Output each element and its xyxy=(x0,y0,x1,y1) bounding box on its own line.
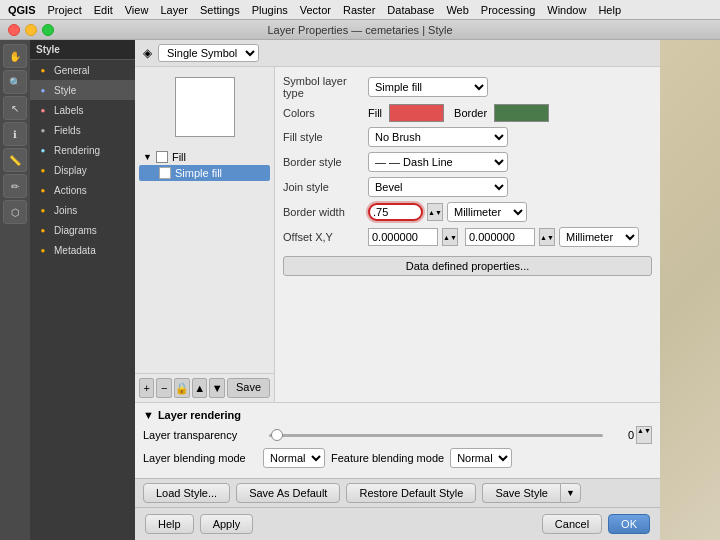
style-type-select[interactable]: Single Symbol xyxy=(158,44,259,62)
sidebar-item-diagrams[interactable]: ● Diagrams xyxy=(30,220,135,240)
offset-value: ▲▼ ▲▼ Millimeter xyxy=(368,227,652,247)
fill-style-label: Fill style xyxy=(283,131,368,143)
menu-qgis[interactable]: QGIS xyxy=(8,4,36,16)
labels-icon: ● xyxy=(41,106,46,115)
border-width-spinner[interactable]: ▲▼ xyxy=(427,203,443,221)
sidebar-item-actions[interactable]: ● Actions xyxy=(30,180,135,200)
symbol-list: ▼ Fill Simple fill xyxy=(135,147,274,373)
add-layer-button[interactable]: + xyxy=(139,378,154,398)
tool-zoom[interactable]: 🔍 xyxy=(3,70,27,94)
offset-y-spinner[interactable]: ▲▼ xyxy=(539,228,555,246)
menu-processing[interactable]: Processing xyxy=(481,4,535,16)
menu-help[interactable]: Help xyxy=(598,4,621,16)
type-value: Simple fill xyxy=(368,77,652,97)
lock-layer-button[interactable]: 🔒 xyxy=(174,378,190,398)
sidebar-item-general[interactable]: ● General xyxy=(30,60,135,80)
menu-raster[interactable]: Raster xyxy=(343,4,375,16)
blending-mode-select[interactable]: Normal xyxy=(263,448,325,468)
window-controls[interactable] xyxy=(8,24,54,36)
menubar: QGIS Project Edit View Layer Settings Pl… xyxy=(0,0,720,20)
menu-edit[interactable]: Edit xyxy=(94,4,113,16)
symbol-leaf-simplefill[interactable]: Simple fill xyxy=(139,165,270,181)
transparency-slider-thumb[interactable] xyxy=(271,429,283,441)
fill-style-row: Fill style No Brush xyxy=(283,127,652,147)
minimize-button[interactable] xyxy=(25,24,37,36)
tool-measure[interactable]: 📏 xyxy=(3,148,27,172)
menu-settings[interactable]: Settings xyxy=(200,4,240,16)
tool-node[interactable]: ⬡ xyxy=(3,200,27,224)
data-defined-button[interactable]: Data defined properties... xyxy=(283,256,652,276)
sidebar-item-joins[interactable]: ● Joins xyxy=(30,200,135,220)
sidebar-item-metadata[interactable]: ● Metadata xyxy=(30,240,135,260)
menu-view[interactable]: View xyxy=(125,4,149,16)
border-width-unit-select[interactable]: Millimeter xyxy=(447,202,527,222)
menu-plugins[interactable]: Plugins xyxy=(252,4,288,16)
border-style-select[interactable]: — — Dash Line xyxy=(368,152,508,172)
sidebar-item-rendering[interactable]: ● Rendering xyxy=(30,140,135,160)
menu-window[interactable]: Window xyxy=(547,4,586,16)
menu-database[interactable]: Database xyxy=(387,4,434,16)
remove-layer-button[interactable]: − xyxy=(156,378,171,398)
diagrams-icon: ● xyxy=(41,226,46,235)
save-style-arrow[interactable]: ▼ xyxy=(560,483,581,503)
save-style-button[interactable]: Save Style xyxy=(482,483,560,503)
menu-layer[interactable]: Layer xyxy=(160,4,188,16)
border-style-row: Border style — — Dash Line xyxy=(283,152,652,172)
border-color-button[interactable] xyxy=(494,104,549,122)
feature-blending-label: Feature blending mode xyxy=(331,452,444,464)
feature-blending-select[interactable]: Normal xyxy=(450,448,512,468)
apply-button[interactable]: Apply xyxy=(200,514,254,534)
offset-unit-select[interactable]: Millimeter xyxy=(559,227,639,247)
group-arrow-icon: ▼ xyxy=(143,152,152,162)
join-style-select[interactable]: Bevel xyxy=(368,177,508,197)
transparency-slider[interactable] xyxy=(269,434,603,437)
sidebar-item-style[interactable]: ● Style xyxy=(30,80,135,100)
restore-default-button[interactable]: Restore Default Style xyxy=(346,483,476,503)
load-style-button[interactable]: Load Style... xyxy=(143,483,230,503)
layer-properties-panel: Style ● General ● Style ● Labels ● Field… xyxy=(30,40,135,540)
transparency-spinner[interactable]: ▲▼ xyxy=(636,426,652,444)
fill-color-button[interactable] xyxy=(389,104,444,122)
offset-x-spinner[interactable]: ▲▼ xyxy=(442,228,458,246)
border-width-input[interactable] xyxy=(368,203,423,221)
sidebar-item-fields[interactable]: ● Fields xyxy=(30,120,135,140)
save-as-default-button[interactable]: Save As Default xyxy=(236,483,340,503)
menu-web[interactable]: Web xyxy=(446,4,468,16)
offset-label: Offset X,Y xyxy=(283,231,368,243)
move-down-button[interactable]: ▼ xyxy=(209,378,224,398)
join-style-row: Join style Bevel xyxy=(283,177,652,197)
menu-vector[interactable]: Vector xyxy=(300,4,331,16)
group-checkbox[interactable] xyxy=(156,151,168,163)
colors-value: Fill Border xyxy=(368,104,652,122)
tool-identify[interactable]: ℹ xyxy=(3,122,27,146)
type-select[interactable]: Simple fill xyxy=(368,77,488,97)
tool-select[interactable]: ↖ xyxy=(3,96,27,120)
tool-edit[interactable]: ✏ xyxy=(3,174,27,198)
fields-icon: ● xyxy=(41,126,46,135)
ok-button[interactable]: OK xyxy=(608,514,650,534)
offset-y-input[interactable] xyxy=(465,228,535,246)
simple-fill-icon xyxy=(159,167,171,179)
save-symbol-button[interactable]: Save xyxy=(227,378,270,398)
properties-panel: Symbol layer type Simple fill Colors Fil… xyxy=(275,67,660,402)
rendering-arrow-icon: ▼ xyxy=(143,409,154,421)
transparency-label: Layer transparency xyxy=(143,429,263,441)
offset-x-input[interactable] xyxy=(368,228,438,246)
sidebar-item-display[interactable]: ● Display xyxy=(30,160,135,180)
blending-row: Layer blending mode Normal Feature blend… xyxy=(143,448,652,468)
window-title: Layer Properties — cemetaries | Style xyxy=(267,24,452,36)
tool-pan[interactable]: ✋ xyxy=(3,44,27,68)
close-button[interactable] xyxy=(8,24,20,36)
border-style-value: — — Dash Line xyxy=(368,152,652,172)
help-button[interactable]: Help xyxy=(145,514,194,534)
fill-style-select[interactable]: No Brush xyxy=(368,127,508,147)
sidebar-item-labels[interactable]: ● Labels xyxy=(30,100,135,120)
border-width-row: Border width ▲▼ Millimeter xyxy=(283,202,652,222)
move-up-button[interactable]: ▲ xyxy=(192,378,207,398)
style-icon: ● xyxy=(41,86,46,95)
maximize-button[interactable] xyxy=(42,24,54,36)
cancel-button[interactable]: Cancel xyxy=(542,514,602,534)
dialog-content: ◈ Single Symbol ▼ xyxy=(135,40,660,478)
menu-project[interactable]: Project xyxy=(48,4,82,16)
symbol-group-header[interactable]: ▼ Fill xyxy=(139,149,270,165)
